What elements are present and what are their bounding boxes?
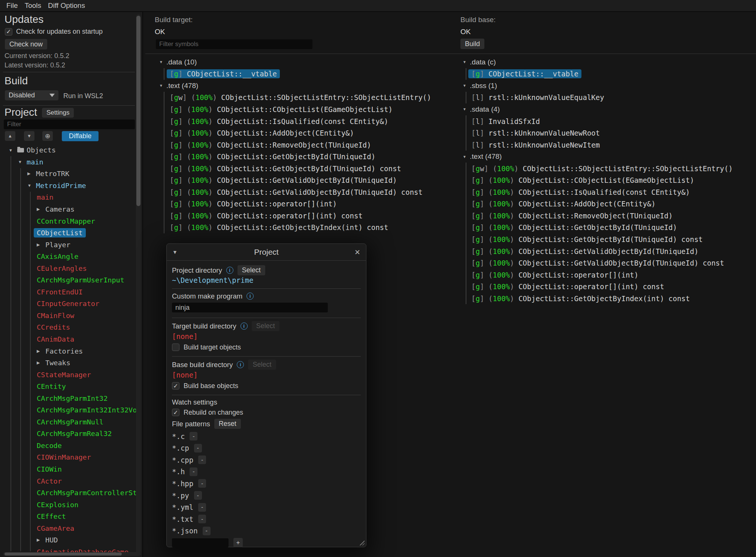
close-icon[interactable]: ✕: [349, 248, 360, 257]
menu-item-file[interactable]: File: [6, 1, 18, 10]
symbol-row[interactable]: [g] (100%) CObjectList::IsQualified(cons…: [170, 115, 437, 127]
build-mode-dropdown[interactable]: Disabled: [5, 90, 58, 100]
check-now-button[interactable]: Check now: [5, 39, 47, 49]
remove-pattern-button[interactable]: -: [194, 444, 202, 452]
chevron-expanded-icon[interactable]: ▼: [463, 155, 466, 159]
symbol-row[interactable]: [g] (100%) CObjectList::operator[](int) …: [170, 210, 437, 222]
diffable-toggle[interactable]: Diffable: [62, 131, 99, 141]
tree-item-tweaks[interactable]: ▶Tweaks: [0, 357, 136, 369]
chevron-collapsed-icon[interactable]: ▶: [37, 538, 45, 542]
tree-item-cmainflow[interactable]: CMainFlow: [0, 310, 136, 322]
tree-item-ceffect[interactable]: CEffect: [0, 511, 136, 523]
info-icon[interactable]: [241, 323, 248, 330]
tree-item-metrotrk[interactable]: ▶MetroTRK: [0, 168, 136, 180]
menu-item-tools[interactable]: Tools: [25, 1, 41, 10]
tree-item-cobjectlist[interactable]: CObjectList: [0, 227, 136, 239]
chevron-collapsed-icon[interactable]: ▶: [37, 242, 45, 247]
symbol-row[interactable]: [g] (100%) CObjectList::RemoveObject(TUn…: [471, 210, 756, 222]
chevron-expanded-icon[interactable]: ▼: [159, 84, 163, 88]
symbol-row[interactable]: [gw] (100%) CObjectList::SObjectListEntr…: [471, 163, 756, 175]
symbol-row[interactable]: [g] CObjectList::__vtable: [471, 68, 756, 80]
check-for-updates-checkbox[interactable]: Check for updates on startup: [5, 28, 103, 36]
rebuild-on-changes-checkbox[interactable]: Rebuild on changes: [172, 408, 361, 417]
filter-symbols-input[interactable]: [156, 39, 312, 49]
section-header-data[interactable]: ▼.data (c): [460, 56, 756, 68]
expand-all-button[interactable]: ▼: [24, 131, 34, 141]
tree-item-centity[interactable]: CEntity: [0, 381, 136, 393]
symbol-row[interactable]: [g] (100%) CObjectList::GetValidObjectBy…: [170, 186, 437, 198]
chevron-expanded-icon[interactable]: ▼: [159, 60, 163, 64]
tree-item-cgamearea[interactable]: CGameArea: [0, 523, 136, 535]
symbol-row[interactable]: [g] (100%) CObjectList::operator[](int): [471, 269, 756, 281]
add-pattern-button[interactable]: +: [233, 538, 243, 547]
project-settings-button[interactable]: Settings: [42, 108, 74, 118]
tree-item-factories[interactable]: ▶Factories: [0, 345, 136, 357]
tree-item-cactor[interactable]: CActor: [0, 475, 136, 487]
chevron-expanded-icon[interactable]: ▼: [463, 60, 466, 64]
info-icon[interactable]: [247, 293, 254, 300]
tree-item-cinputgenerator[interactable]: CInputGenerator: [0, 298, 136, 310]
symbol-row[interactable]: [g] (100%) CObjectList::RemoveObject(TUn…: [170, 139, 437, 151]
tree-item-carchmsgparmuserinput[interactable]: CArchMsgParmUserInput: [0, 274, 136, 286]
menu-item-diff-options[interactable]: Diff Options: [48, 1, 85, 10]
scrollbar-thumb[interactable]: [4, 553, 122, 556]
section-header-sdata[interactable]: ▼.sdata (4): [460, 103, 756, 115]
section-header-sbss[interactable]: ▼.sbss (1): [460, 80, 756, 92]
symbol-row[interactable]: [g] (100%) CObjectList::AddObject(CEntit…: [471, 198, 756, 210]
tree-item-cfrontendui[interactable]: CFrontEndUI: [0, 286, 136, 298]
chevron-expanded-icon[interactable]: ▼: [463, 84, 466, 88]
remove-pattern-button[interactable]: -: [190, 432, 197, 441]
checkbox-icon[interactable]: [172, 382, 179, 390]
target-build-directory-select-button[interactable]: Select: [252, 321, 279, 331]
tree-item-cexplosion[interactable]: CExplosion: [0, 499, 136, 511]
remove-pattern-button[interactable]: -: [203, 527, 211, 535]
symbol-row[interactable]: [l] rstl::kUnknownValueEqualKey: [471, 92, 756, 104]
tree-item-decode[interactable]: Decode: [0, 440, 136, 452]
new-pattern-input[interactable]: [172, 538, 229, 547]
tree-item-canimationdatabasegame[interactable]: CAnimationDatabaseGame: [0, 546, 136, 553]
tree-item-ccredits[interactable]: CCredits: [0, 321, 136, 333]
collapse-all-button[interactable]: ▲: [5, 131, 15, 141]
symbol-row[interactable]: [gw] (100%) CObjectList::SObjectListEntr…: [170, 92, 437, 104]
symbol-row[interactable]: [g] (100%) CObjectList::CObjectList(EGam…: [170, 103, 437, 115]
symbol-row[interactable]: [g] (100%) CObjectList::CObjectList(EGam…: [471, 174, 756, 186]
remove-pattern-button[interactable]: -: [198, 515, 206, 523]
custom-make-program-input[interactable]: [172, 303, 328, 312]
tree-item-hud[interactable]: ▶HUD: [0, 534, 136, 546]
scrollbar-thumb[interactable]: [136, 16, 140, 206]
tree-item-player[interactable]: ▶Player: [0, 239, 136, 251]
section-header-text[interactable]: ▼.text (478): [145, 80, 437, 92]
collapse-icon[interactable]: ▼: [172, 249, 184, 255]
tree-item-carchmsgparmnull[interactable]: CArchMsgParmNull: [0, 416, 136, 428]
symbol-row[interactable]: [g] (100%) CObjectList::operator[](int) …: [471, 281, 756, 293]
sidebar-vertical-scrollbar[interactable]: [136, 14, 141, 554]
info-icon[interactable]: [237, 361, 244, 368]
symbol-row[interactable]: [g] (100%) CObjectList::GetObjectByIndex…: [471, 293, 756, 305]
tree-item-carchmsgparmcontrollersta[interactable]: CArchMsgParmControllerSta: [0, 487, 136, 499]
tree-item-carchmsgparmreal32[interactable]: CArchMsgParmReal32: [0, 428, 136, 440]
tree-item-metroidprime[interactable]: ▼MetroidPrime: [0, 180, 136, 192]
remove-pattern-button[interactable]: -: [190, 467, 197, 476]
chevron-expanded-icon[interactable]: ▼: [18, 160, 27, 164]
project-directory-select-button[interactable]: Select: [238, 265, 265, 275]
base-build-directory-select-button[interactable]: Select: [248, 360, 276, 370]
tree-item-objects[interactable]: ▼Objects: [0, 144, 136, 156]
checkbox-icon[interactable]: [172, 343, 179, 351]
tree-item-ceulerangles[interactable]: CEulerAngles: [0, 262, 136, 274]
chevron-collapsed-icon[interactable]: ▶: [27, 171, 36, 176]
symbol-row[interactable]: [g] (100%) CObjectList::GetObjectById(TU…: [471, 222, 756, 234]
symbol-row[interactable]: [l] rstl::kUnknownValueNewRoot: [471, 127, 756, 139]
symbol-row[interactable]: [g] (100%) CObjectList::GetValidObjectBy…: [471, 257, 756, 269]
symbol-row[interactable]: [g] (100%) CObjectList::GetObjectById(TU…: [471, 233, 756, 245]
symbol-row[interactable]: [g] (100%) CObjectList::operator[](int): [170, 198, 437, 210]
chevron-expanded-icon[interactable]: ▼: [463, 107, 466, 111]
remove-pattern-button[interactable]: -: [194, 491, 202, 500]
symbol-row[interactable]: [l] rstl::kUnknownValueNewItem: [471, 139, 756, 151]
symbol-row[interactable]: [g] (100%) CObjectList::GetValidObjectBy…: [170, 174, 437, 186]
symbol-row[interactable]: [g] (100%) CObjectList::GetObjectByIndex…: [170, 222, 437, 234]
symbol-row[interactable]: [g] (100%) CObjectList::GetValidObjectBy…: [471, 245, 756, 257]
chevron-expanded-icon[interactable]: ▼: [9, 148, 17, 152]
project-filter-input[interactable]: [4, 119, 135, 129]
info-icon[interactable]: [226, 267, 233, 274]
remove-pattern-button[interactable]: -: [198, 479, 206, 488]
